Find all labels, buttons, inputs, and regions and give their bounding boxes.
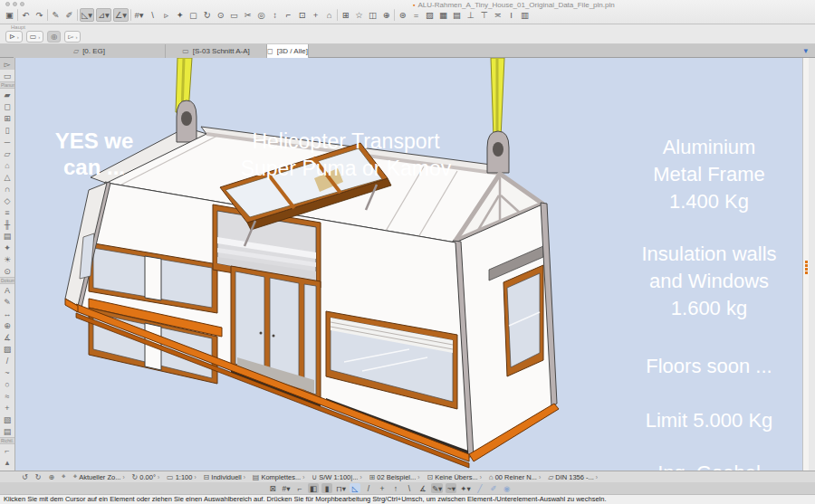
redo-icon[interactable]: ↷ [34, 8, 45, 22]
slab-tool[interactable]: ▱ [0, 147, 14, 159]
options-icon[interactable]: ⊛ [397, 8, 408, 22]
separator[interactable] [337, 9, 338, 21]
text-tool[interactable]: A [0, 284, 14, 296]
grid-snap-icon[interactable]: #▾ [133, 8, 145, 22]
separator[interactable] [17, 9, 18, 21]
house-3d-model[interactable] [65, 58, 559, 468]
wand-snap-icon[interactable]: ✦▾ [459, 483, 471, 493]
angle-dimension-tool[interactable]: ∡ [0, 331, 14, 343]
separator[interactable] [77, 9, 78, 21]
wall-tool[interactable]: ▰ [0, 89, 14, 100]
favorites-star-icon[interactable]: ☆ [353, 8, 365, 22]
trace-reference-icon[interactable]: ◫ [367, 8, 379, 22]
coordinate-snap-icon[interactable]: ∠▾ [113, 8, 129, 22]
door-tool[interactable]: ◻ [0, 100, 14, 112]
orientation-option[interactable]: ↻ 0.00° › [129, 471, 163, 483]
top-align-icon[interactable]: ⊤ [478, 8, 490, 22]
arrow-control[interactable]: ▻› [64, 31, 81, 43]
mesh-tool[interactable]: △ [0, 171, 14, 183]
slope-tool-icon[interactable]: ◺ [350, 483, 360, 493]
level-dimension-tool[interactable]: ⊕ [0, 319, 14, 331]
object-tool[interactable]: ✦ [0, 242, 14, 253]
home-story-icon[interactable]: ⌂ [323, 8, 335, 22]
column-tool[interactable]: ▯ [0, 124, 14, 136]
minimize-window-icon[interactable] [13, 2, 17, 6]
zoom-icon[interactable]: ◎ [255, 8, 267, 22]
scale-option[interactable]: ▭ 1:100 › [163, 471, 200, 483]
text-cursor-icon[interactable]: I [505, 8, 517, 22]
zoom-control-icon[interactable]: ⊕ [44, 471, 58, 483]
3d-viewport[interactable]: YES wecan ... Helicopter TransportSuper … [15, 58, 809, 471]
line-tool[interactable]: / [0, 355, 14, 366]
dimension-tool[interactable]: ↔ [0, 308, 14, 319]
guide-tool[interactable]: ⌐ [0, 444, 14, 456]
scissors-icon[interactable]: ✂ [242, 8, 254, 22]
morph-tool[interactable]: ◇ [0, 195, 14, 206]
guide-line-icon[interactable]: ╱ [475, 483, 485, 493]
layer-combination-option[interactable]: ⊟ Individuell › [200, 471, 249, 483]
monitor-icon[interactable]: ▥ [519, 8, 531, 22]
close-window-icon[interactable] [5, 2, 10, 6]
marquee-icon[interactable]: ▢ [187, 8, 199, 22]
target-control-icon[interactable]: ⌖ [58, 471, 70, 483]
save-icon[interactable]: ▣ [4, 8, 15, 22]
railing-tool[interactable]: ╫ [0, 218, 14, 230]
stair-tool[interactable]: ≡ [0, 206, 14, 218]
angle-snap-icon[interactable]: ⊿▾ [96, 8, 111, 22]
measure-icon[interactable]: \ [404, 483, 415, 493]
undo-icon[interactable]: ↶ [20, 8, 32, 22]
arrow-up-icon[interactable]: ↑ [390, 483, 401, 493]
zoom-option[interactable]: ⌖ Aktueller Zo... › [70, 471, 129, 483]
separator[interactable] [47, 9, 48, 21]
roof-tool[interactable]: ⌂ [0, 159, 14, 171]
anchor-blue-icon[interactable]: ◉ [502, 483, 513, 493]
spline-snap-icon[interactable]: ~▾ [446, 483, 456, 493]
drawing-tool[interactable]: ▤ [0, 425, 14, 437]
lock-icon[interactable]: ⊓▾ [335, 483, 347, 493]
arrow-icon[interactable]: ▹ [160, 8, 172, 22]
fit-view-icon[interactable]: ⊡ [296, 8, 308, 22]
tab-overflow-icon[interactable]: ▾ [803, 46, 808, 55]
maximize-window-icon[interactable] [20, 2, 24, 6]
window-tool[interactable]: ⊞ [0, 112, 14, 124]
tab-floor-plan[interactable]: ▱ [0. EG] [14, 44, 166, 58]
rotate-control[interactable]: ◎ [47, 31, 61, 43]
selection-arrow-tool[interactable]: ▻ [0, 58, 14, 70]
model-view-option[interactable]: ⊞ 02 Beispiel... › [366, 471, 424, 483]
rotate-icon[interactable]: ↻ [201, 8, 213, 22]
favorites-control[interactable]: ⊳› [5, 31, 23, 43]
pencil-snap-icon[interactable]: ✎▾ [431, 483, 443, 493]
line-snap-icon[interactable]: / [363, 483, 374, 493]
protractor-icon[interactable]: ∡ [417, 483, 428, 493]
polyline-tool[interactable]: ~ [0, 366, 14, 378]
slope-snap-icon[interactable]: ◺▾ [80, 8, 94, 22]
wall-reference-icon[interactable]: ▮ [321, 483, 332, 493]
publish-icon[interactable]: ⊕ [380, 8, 392, 22]
equal-icon[interactable]: = [410, 8, 422, 22]
opening-tool[interactable]: ⊙ [0, 265, 14, 277]
bottom-align-icon[interactable]: ⊥ [465, 8, 476, 22]
pan-icon[interactable]: + [310, 8, 321, 22]
renovation-filter-option[interactable]: ⌂ 00 Reiner N... › [485, 471, 544, 483]
marquee-snap-icon[interactable]: ⊠ [267, 483, 278, 493]
fit-height-icon[interactable]: ↕ [269, 8, 281, 22]
beam-tool[interactable]: ─ [0, 136, 14, 147]
person-icon[interactable]: ⊙ [215, 8, 226, 22]
shell-tool[interactable]: ∩ [0, 183, 14, 195]
surface-snap-icon[interactable]: ◧ [308, 483, 319, 493]
plus-snap-icon[interactable]: + [377, 483, 388, 493]
curtain-wall-tool[interactable]: ▤ [0, 230, 14, 242]
separator[interactable] [394, 9, 395, 21]
inject-parameters-icon[interactable]: ✐ [63, 8, 75, 22]
hotspot-tool[interactable]: + [0, 402, 14, 414]
guide-lines-icon[interactable]: \ [147, 8, 158, 22]
scroll-up-arrow[interactable]: ▴ [0, 456, 14, 468]
grid-tool-icon[interactable]: ▦ [437, 8, 449, 22]
layout-book-icon[interactable]: ⊞ [340, 8, 351, 22]
magic-wand-icon[interactable]: ✦ [174, 8, 186, 22]
tab-section[interactable]: ▭ [S-03 Schnitt A-A] [166, 44, 267, 58]
frame-icon[interactable]: ▭ [228, 8, 240, 22]
hatch-icon[interactable]: ▨ [424, 8, 436, 22]
fill-tool[interactable]: ▨ [0, 343, 14, 355]
corner-snap-icon[interactable]: ⌐ [294, 483, 305, 493]
